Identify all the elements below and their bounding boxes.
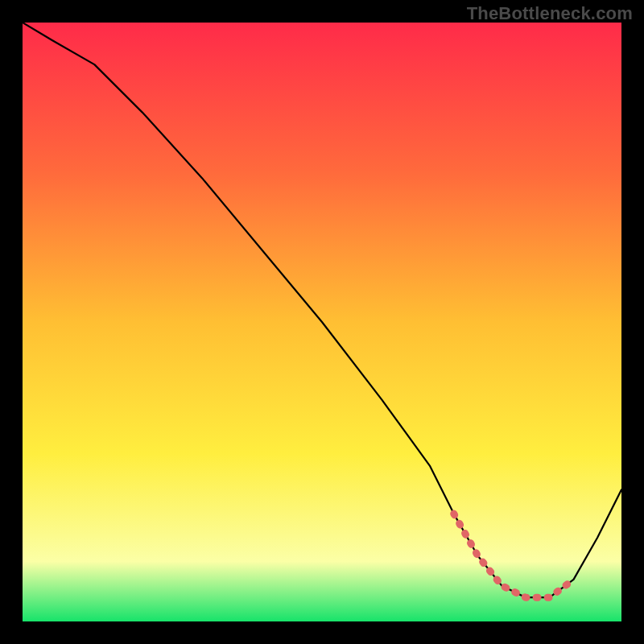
bottleneck-curve-chart bbox=[23, 23, 621, 621]
chart-frame: TheBottleneck.com bbox=[0, 0, 644, 644]
watermark-text: TheBottleneck.com bbox=[467, 3, 633, 24]
